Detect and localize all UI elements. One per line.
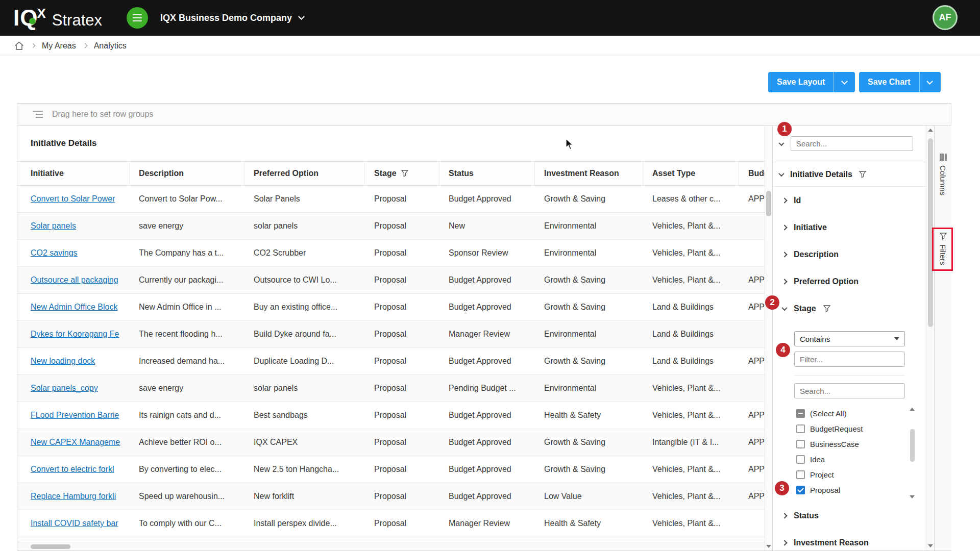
panel-scrollbar-thumb[interactable] [928,138,933,327]
scroll-down-arrow-icon[interactable] [928,544,933,547]
table-row[interactable]: Dykes for Kooragang Fe The recent floodi… [17,321,765,348]
tab-columns[interactable]: Columns [935,154,951,195]
filter-option[interactable]: Proposal [794,482,916,497]
filter-field[interactable]: Description [773,241,934,268]
col-header-investment-reason[interactable]: Investment Reason [535,162,643,185]
filter-field[interactable]: Preferred Option [773,268,934,295]
cell-investment-reason: Environmental [535,375,643,402]
row-group-drop-zone[interactable]: Drag here to set row groups [17,104,951,126]
col-header-stage[interactable]: Stage [365,162,439,185]
scroll-down-arrow-icon[interactable] [910,495,915,498]
checkbox[interactable] [796,424,805,433]
scroll-down-arrow-icon[interactable] [766,545,771,548]
initiative-link[interactable]: Outsource all packaging [17,267,130,293]
checkbox[interactable] [796,455,805,464]
save-layout-dropdown[interactable] [834,72,854,92]
cell-stage: Proposal [365,375,439,402]
filter-funnel-icon[interactable] [401,170,408,177]
cell-asset-type: Land & Buildings [643,348,739,374]
tab-columns-label: Columns [939,165,947,195]
save-layout-button[interactable]: Save Layout [768,72,855,92]
group-header-label: Initiative Details [31,138,96,148]
horizontal-scrollbar-thumb[interactable] [31,544,70,549]
table-row[interactable]: Convert to Solar Power Convert to Solar … [17,186,765,213]
column-group-header[interactable]: Initiative Details [17,126,765,162]
col-header-asset-type[interactable]: Asset Type [643,162,739,185]
cell-stage: Proposal [365,483,439,510]
filter-option[interactable]: BudgetRequest [794,421,916,436]
save-chart-dropdown[interactable] [920,72,940,92]
filter-field[interactable]: Initiative [773,214,934,241]
initiative-link[interactable]: Convert to electric forkl [17,456,130,483]
table-row[interactable]: Replace Hamburg forkli Speed up warehous… [17,483,765,510]
table-row[interactable]: Install COVID safety bar To comply with … [17,510,765,537]
cell-description: Convert to Solar Pow... [130,186,244,212]
filter-field[interactable]: Investment Reason [773,529,934,550]
checkbox[interactable] [796,409,805,418]
panel-scrollbar[interactable] [926,126,934,550]
col-header-budget[interactable]: Budget [739,162,765,185]
save-chart-button[interactable]: Save Chart [859,72,941,92]
initiative-link[interactable]: FLood Prevention Barrie [17,402,130,429]
filters-search-input[interactable] [791,136,913,151]
options-scrollbar[interactable] [909,406,916,500]
stage-options-search-input[interactable] [794,383,905,398]
filter-option[interactable]: Project [794,467,916,482]
home-icon[interactable] [14,41,24,51]
breadcrumb-my-areas[interactable]: My Areas [42,41,76,51]
cell-investment-reason: Growth & Saving [535,294,643,320]
checkbox[interactable] [796,470,805,479]
horizontal-scrollbar[interactable] [17,542,765,550]
col-header-description[interactable]: Description [130,162,244,185]
table-row[interactable]: New loading dock Increased demand ha... … [17,348,765,375]
table-row[interactable]: CO2 savings The Company has a t... CO2 S… [17,240,765,267]
checkbox[interactable] [796,486,805,494]
filter-option[interactable]: Idea [794,452,916,467]
table-row[interactable]: New CAPEX Manageme Achieve better ROI o.… [17,429,765,456]
table-row[interactable]: Convert to electric forkl By converting … [17,456,765,483]
scroll-up-arrow-icon[interactable] [910,408,915,411]
cell-asset-type: Vehicles, Plant &... [643,510,739,537]
initiative-link[interactable]: New CAPEX Manageme [17,429,130,456]
filter-option-label: (Select All) [810,409,847,418]
tab-filters[interactable]: Filters [935,233,951,265]
initiative-link[interactable]: Dykes for Kooragang Fe [17,321,130,347]
filter-field[interactable]: Id [773,187,934,214]
scroll-up-arrow-icon[interactable] [928,129,933,132]
grid-vertical-scrollbar[interactable] [765,126,772,550]
table-row[interactable]: Solar panels_copy save energy solar pane… [17,375,765,402]
cell-asset-type: Vehicles, Plant &... [643,456,739,483]
initiative-link[interactable]: Solar panels [17,213,130,239]
table-row[interactable]: New Admin Office Block New Admin Office … [17,294,765,321]
filter-option[interactable]: (Select All) [794,406,916,421]
cell-stage: Proposal [365,456,439,483]
hamburger-menu-button[interactable] [127,7,148,29]
initiative-link[interactable]: CO2 savings [17,240,130,266]
col-label: Status [449,169,474,178]
options-scrollbar-thumb[interactable] [910,429,915,462]
initiative-link[interactable]: New Admin Office Block [17,294,130,320]
initiative-link[interactable]: Install COVID safety bar [17,510,130,537]
filter-field-stage[interactable]: Stage [773,295,934,322]
stage-filter-input[interactable] [794,352,905,367]
filter-field[interactable]: Status [773,502,934,529]
initiative-link[interactable]: Replace Hamburg forkli [17,483,130,510]
initiative-link[interactable]: Solar panels_copy [17,375,130,402]
collapse-chevron-icon[interactable] [778,140,784,145]
col-header-status[interactable]: Status [439,162,535,185]
filter-operator-select[interactable]: Contains [794,331,905,346]
filter-group-initiative-details[interactable]: Initiative Details [773,162,934,187]
col-header-preferred-option[interactable]: Preferred Option [244,162,365,185]
grid-vertical-scrollbar-thumb[interactable] [766,191,771,216]
table-row[interactable]: FLood Prevention Barrie Its rainign cats… [17,402,765,429]
table-row[interactable]: Solar panels save energy solar panels Pr… [17,213,765,240]
initiative-link[interactable]: Convert to Solar Power [17,186,130,212]
col-header-initiative[interactable]: Initiative [17,162,130,185]
table-row[interactable]: Outsource all packaging Currently our pa… [17,267,765,294]
initiative-link[interactable]: New loading dock [17,348,130,374]
cell-asset-type: Intangible (IT & I... [643,429,739,456]
filter-option[interactable]: BusinessCase [794,436,916,452]
checkbox[interactable] [796,440,805,448]
company-selector[interactable]: IQX Business Demo Company [160,13,304,23]
avatar[interactable]: AF [933,5,958,30]
